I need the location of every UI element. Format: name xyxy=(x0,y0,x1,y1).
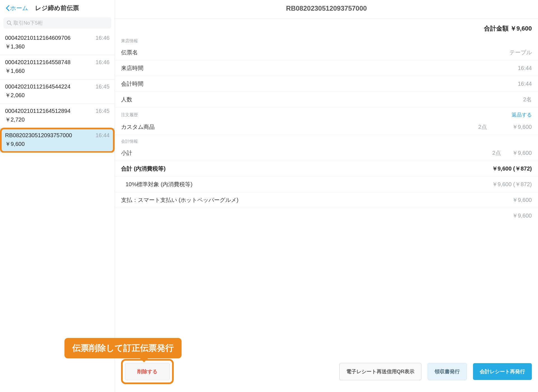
visit-row: 会計時間16:44 xyxy=(115,76,538,92)
transaction-time: 16:46 xyxy=(96,59,110,66)
row-value: ￥9,600 (￥872) xyxy=(492,165,532,172)
row-label: 会計時間 xyxy=(121,80,143,88)
visit-row: 人数2名 xyxy=(115,92,538,108)
transaction-id: 000420210112164558748 xyxy=(5,59,71,66)
order-amount: ￥9,600 xyxy=(512,123,532,131)
transaction-amount: ￥2,060 xyxy=(5,92,110,99)
transaction-id: RB0820230512093757000 xyxy=(5,132,72,139)
row-value: 2名 xyxy=(523,96,532,103)
transaction-time: 16:45 xyxy=(96,108,110,114)
detail-id: RB0820230512093757000 xyxy=(115,0,538,19)
order-row: カスタム商品2点￥9,600 xyxy=(115,119,538,135)
row-mid: 2点 xyxy=(492,149,501,157)
transaction-item[interactable]: 00042021011216455874816:46￥1,660 xyxy=(0,55,115,80)
transaction-item[interactable]: RB082023051209375700016:44￥9,600 xyxy=(0,128,115,153)
chevron-left-icon xyxy=(6,5,10,11)
row-label: 伝票名 xyxy=(121,49,138,56)
section-order: 注文履歴 xyxy=(121,112,138,118)
total-amount: 合計金額 ￥9,600 xyxy=(115,19,538,34)
transaction-item[interactable]: 00042021011216454422416:45￥2,060 xyxy=(0,80,115,104)
row-label: 小計 xyxy=(121,149,132,157)
row-value: ￥9,600 xyxy=(512,149,532,157)
transaction-amount: ￥1,660 xyxy=(5,67,110,75)
row-value: ￥9,600 (￥872) xyxy=(492,181,532,188)
transaction-id: 000420210112164544224 xyxy=(5,83,71,90)
transaction-time: 16:45 xyxy=(96,83,110,90)
row-label: 来店時間 xyxy=(121,64,143,72)
callout-annotation: 伝票削除して訂正伝票発行 xyxy=(64,338,182,358)
transaction-id: 000420210112164609706 xyxy=(5,35,71,41)
accounting-row: 支払：スマート支払い (ホットペッパーグルメ)￥9,600 xyxy=(115,192,538,208)
row-label: 人数 xyxy=(121,96,132,103)
transaction-time: 16:44 xyxy=(96,132,110,139)
accounting-row: 10%標準対象 (内消費税等)￥9,600 (￥872) xyxy=(115,177,538,192)
search-icon xyxy=(7,20,12,25)
row-value: テーブル xyxy=(509,49,532,56)
visit-row: 伝票名テーブル xyxy=(115,45,538,60)
row-value: 16:44 xyxy=(518,81,532,87)
order-name: カスタム商品 xyxy=(121,123,478,131)
receipt-button[interactable]: 領収書発行 xyxy=(428,363,467,380)
reprint-button[interactable]: 会計レシート再発行 xyxy=(473,363,532,380)
svg-line-1 xyxy=(10,24,11,25)
return-link[interactable]: 返品する xyxy=(512,111,532,118)
row-label: 合計 (内消費税等) xyxy=(121,165,166,172)
transaction-item[interactable]: 00042021011216451289416:45￥2,720 xyxy=(0,104,115,128)
back-label: ホーム xyxy=(10,4,28,12)
row-value: 16:44 xyxy=(518,65,532,71)
visit-row: 来店時間16:44 xyxy=(115,60,538,76)
transaction-amount: ￥2,720 xyxy=(5,116,110,123)
accounting-row: 合計 (内消費税等)￥9,600 (￥872) xyxy=(115,161,538,177)
row-label: 支払：スマート支払い (ホットペッパーグルメ) xyxy=(121,196,238,204)
page-title: レジ締め前伝票 xyxy=(35,4,79,12)
accounting-row: 小計2点￥9,600 xyxy=(115,145,538,161)
home-back-link[interactable]: ホーム xyxy=(6,4,28,12)
row-value: ￥9,600 xyxy=(512,196,532,204)
transaction-amount: ￥9,600 xyxy=(5,140,110,148)
transaction-time: 16:46 xyxy=(96,35,110,41)
transaction-amount: ￥1,360 xyxy=(5,43,110,50)
transaction-id: 000420210112164512894 xyxy=(5,108,71,114)
row-label: 10%標準対象 (内消費税等) xyxy=(121,181,193,188)
transaction-item[interactable]: 00042021011216460970616:46￥1,360 xyxy=(0,31,115,55)
row-value: ￥9,600 xyxy=(512,212,532,220)
search-placeholder: 取引No下5桁 xyxy=(13,20,43,26)
section-payment: 会計情報 xyxy=(121,139,138,144)
section-visit: 来店情報 xyxy=(121,38,138,44)
search-input[interactable]: 取引No下5桁 xyxy=(3,17,111,29)
qr-button[interactable]: 電子レシート再送信用QR表示 xyxy=(339,363,421,380)
order-qty: 2点 xyxy=(478,123,487,131)
accounting-row: ￥9,600 xyxy=(115,208,538,223)
